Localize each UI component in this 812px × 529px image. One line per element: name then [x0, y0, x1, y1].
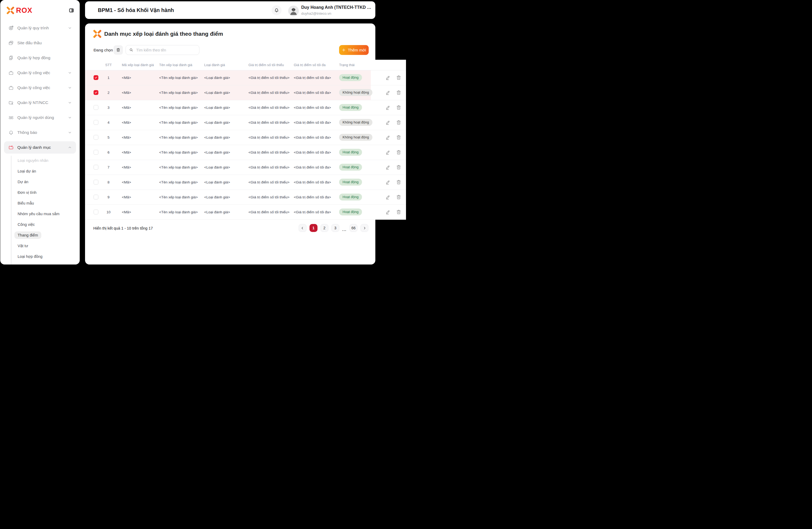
- delete-button[interactable]: [395, 208, 402, 216]
- sidebar-subitem[interactable]: Công việc: [4, 219, 76, 230]
- sidebar-item[interactable]: Quản lý hợp đồng: [4, 51, 76, 65]
- edit-button[interactable]: [384, 104, 392, 111]
- bulk-delete-button[interactable]: [114, 45, 123, 55]
- sidebar-item-label: Quản lý quy trình: [17, 26, 49, 30]
- row-checkbox[interactable]: [93, 105, 98, 110]
- row-checkbox[interactable]: [93, 75, 98, 80]
- sidebar-nav: Quản lý quy trìnhSite đấu thầuQuản lý hợ…: [4, 20, 76, 155]
- cell-min: <Giá trị điểm số tối thiểu>: [248, 85, 290, 100]
- sidebar-subitem[interactable]: Loại dự án: [4, 166, 76, 176]
- chevron-down-icon: [68, 26, 72, 30]
- cell-min: <Giá trị điểm số tối thiểu>: [248, 130, 290, 145]
- row-checkbox[interactable]: [93, 135, 98, 140]
- row-checkbox[interactable]: [93, 150, 98, 155]
- cell-code: <Mã>: [122, 190, 131, 204]
- pagination-prev-button[interactable]: [299, 224, 307, 232]
- status-badge: Hoạt động: [339, 209, 362, 215]
- delete-button[interactable]: [395, 74, 402, 81]
- row-checkbox[interactable]: [93, 120, 98, 125]
- sidebar-subitem[interactable]: Đơn vị tính: [4, 187, 76, 198]
- sidebar-item-label: Quản lý hợp đồng: [17, 55, 50, 60]
- sidebar-item[interactable]: Quản lý người dùng: [4, 110, 76, 125]
- cell-max: <Giá trị điểm số tối đa>: [294, 175, 331, 189]
- sidebar-item[interactable]: Quản lý NT/NCC: [4, 95, 76, 110]
- rox-logo-text: ROX: [16, 6, 32, 15]
- chevron-down-icon: [68, 71, 72, 75]
- sidebar-item[interactable]: Quản lý danh mục: [4, 141, 76, 154]
- sidebar-subitem[interactable]: Biểu mẫu: [4, 198, 76, 209]
- cell-min: <Giá trị điểm số tối thiểu>: [248, 115, 290, 130]
- chevron-down-icon: [68, 131, 72, 134]
- sidebar-subitem[interactable]: Nhóm yêu cầu mua sắm: [4, 209, 76, 219]
- edit-button[interactable]: [384, 74, 392, 81]
- user-name[interactable]: Duy Hoang Anh (TNTECH-TTKD TKT...: [301, 5, 372, 10]
- cell-code: <Mã>: [122, 70, 131, 85]
- table-header-row: STT Mã xếp loại đánh giá Tên xếp loại đá…: [85, 60, 406, 70]
- delete-button[interactable]: [395, 89, 402, 96]
- delete-button[interactable]: [395, 163, 402, 171]
- user-avatar[interactable]: [288, 5, 299, 16]
- add-new-button[interactable]: Thêm mới: [339, 45, 369, 55]
- sidebar-item[interactable]: Thông báo: [4, 125, 76, 140]
- sidebar-item-label: Quản lý người dùng: [17, 115, 54, 120]
- pagination-page-button[interactable]: 66: [349, 224, 358, 232]
- pagination-page-button[interactable]: 2: [320, 224, 329, 232]
- edit-button[interactable]: [384, 193, 392, 201]
- notifications-button[interactable]: [272, 5, 281, 15]
- results-info: Hiển thị kết quả 1 - 10 trên tổng 17: [93, 224, 153, 232]
- sidebar-subitem[interactable]: Dự án: [4, 176, 76, 187]
- cell-min: <Giá trị điểm số tối thiểu>: [248, 160, 290, 175]
- sidebar-item-label: Quản lý công việc: [17, 85, 50, 90]
- cell-code: <Mã>: [122, 205, 131, 219]
- edit-button[interactable]: [384, 133, 392, 141]
- cell-stt: 8: [104, 175, 113, 189]
- edit-button[interactable]: [384, 89, 392, 96]
- delete-button[interactable]: [395, 119, 402, 126]
- row-checkbox[interactable]: [93, 195, 98, 199]
- edit-button[interactable]: [384, 178, 392, 186]
- sidebar-collapse-icon[interactable]: [69, 8, 74, 13]
- row-checkbox[interactable]: [93, 165, 98, 170]
- delete-button[interactable]: [395, 104, 402, 111]
- cell-stt: 1: [104, 70, 113, 85]
- sidebar-item[interactable]: Quản lý quy trình: [4, 20, 76, 35]
- row-checkbox[interactable]: [93, 180, 98, 185]
- sidebar-subitem-label: Thang điểm: [14, 231, 41, 239]
- pagination-ellipsis: ...: [342, 227, 347, 232]
- users-icon: [8, 115, 14, 120]
- row-checkbox[interactable]: [93, 90, 98, 95]
- search-input[interactable]: [136, 48, 190, 53]
- sidebar-item[interactable]: Quản lý công việc: [4, 65, 76, 80]
- edit-button[interactable]: [384, 163, 392, 171]
- delete-button[interactable]: [395, 193, 402, 201]
- cell-type: <Loại đánh giá>: [204, 85, 230, 100]
- cell-type: <Loại đánh giá>: [204, 100, 230, 115]
- table-row: 1<Mã><Tên xếp loại đánh giá><Loại đánh g…: [85, 70, 406, 85]
- pagination-page-button[interactable]: 1: [309, 224, 318, 232]
- sidebar-item[interactable]: Site đấu thầu: [4, 35, 76, 51]
- pagination-page-button[interactable]: 3: [331, 224, 339, 232]
- cell-name: <Tên xếp loại đánh giá>: [159, 205, 198, 219]
- table-row: 8<Mã><Tên xếp loại đánh giá><Loại đánh g…: [85, 175, 406, 190]
- edit-button[interactable]: [384, 148, 392, 156]
- trash-icon: [116, 48, 120, 52]
- edit-button[interactable]: [384, 208, 392, 216]
- bell-icon: [274, 8, 279, 13]
- delete-button[interactable]: [395, 133, 402, 141]
- app-title: BPM1 - Số hóa Khối Vận hành: [98, 1, 174, 19]
- delete-button[interactable]: [395, 148, 402, 156]
- sidebar-subitem[interactable]: Loại nguyên nhân: [4, 155, 76, 166]
- column-header-max: Giá trị điểm số tối đa: [294, 60, 325, 70]
- pagination-next-button[interactable]: [360, 224, 368, 232]
- edit-button[interactable]: [384, 119, 392, 126]
- cell-type: <Loại đánh giá>: [204, 205, 230, 219]
- row-checkbox[interactable]: [93, 210, 98, 214]
- sidebar-subitem[interactable]: Thang điểm: [4, 230, 76, 241]
- sidebar-subitem-label: Biểu mẫu: [14, 199, 37, 207]
- sidebar-subitem[interactable]: Vật tư: [4, 241, 76, 251]
- sidebar-item[interactable]: Quản lý công việc: [4, 80, 76, 95]
- cell-code: <Mã>: [122, 100, 131, 115]
- pagination: 123...66: [299, 224, 368, 232]
- sidebar-subitem[interactable]: Loại hợp đồng: [4, 251, 76, 262]
- delete-button[interactable]: [395, 178, 402, 186]
